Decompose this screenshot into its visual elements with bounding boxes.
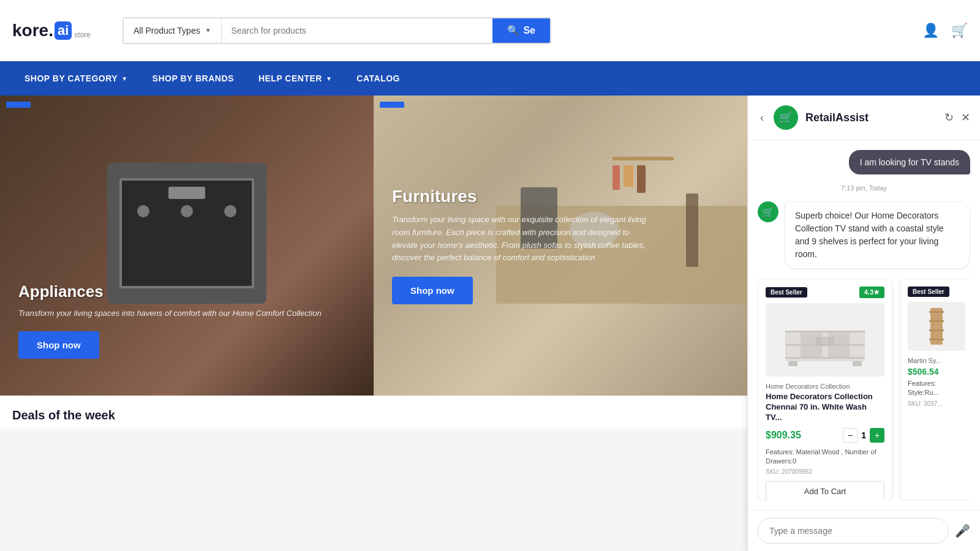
qty-control-1: − 1 +: [843, 428, 884, 443]
product-type-label: All Product Types: [134, 26, 200, 36]
product-card-1-header: Best Seller 4.3★: [766, 287, 884, 298]
product-image-1: [766, 303, 884, 377]
appliances-banner-tag: [6, 102, 31, 108]
user-message: I am looking for TV stands: [849, 150, 970, 174]
furniture-shop-now-button[interactable]: Shop now: [392, 277, 473, 304]
nav-label-shop-by-brands: SHOP BY BRANDS: [153, 73, 234, 83]
chat-message-input[interactable]: [758, 518, 949, 544]
nav-item-shop-by-brands[interactable]: SHOP BY BRANDS: [140, 61, 246, 96]
logo-ai-badge: ai: [55, 21, 72, 40]
nav-label-help-center: HELP CENTER: [258, 73, 322, 83]
rating-badge-1: 4.3★: [859, 287, 884, 298]
svg-rect-10: [853, 361, 862, 366]
chat-bot-avatar: 🛒: [774, 105, 798, 130]
search-icon: 🔍: [507, 24, 519, 36]
furniture-banner-desc: Transform your living space with our exq…: [392, 214, 649, 264]
message-timestamp: 7:13 pm, Today: [758, 184, 970, 192]
appliances-shop-now-button[interactable]: Shop now: [18, 331, 99, 359]
nav-arrow-help-center-icon: ▼: [326, 75, 332, 82]
search-input[interactable]: [222, 18, 493, 43]
product-image-2: [908, 302, 965, 351]
dropdown-arrow-icon: ▼: [205, 27, 211, 34]
product-brand-2: Martin Sy...: [908, 357, 965, 364]
svg-rect-1: [785, 331, 865, 332]
product-sku-1: SKU: 207009962: [766, 468, 884, 475]
add-to-cart-button-1[interactable]: Add To Cart: [766, 481, 884, 500]
cart-icon[interactable]: 🛒: [951, 23, 968, 39]
nav-label-catalog: CATALOG: [356, 73, 400, 83]
appliances-banner-content: Appliances Transform your living spaces …: [18, 282, 355, 359]
nav-item-help-center[interactable]: HELP CENTER ▼: [246, 61, 344, 96]
qty-decrease-button-1[interactable]: −: [843, 428, 858, 443]
oven-knobs: [122, 205, 252, 217]
product-features-2: Features: Style:Ru...: [908, 379, 965, 398]
svg-rect-3: [785, 357, 865, 359]
svg-rect-14: [929, 329, 944, 331]
chat-refresh-button[interactable]: ↻: [944, 111, 954, 124]
product-card-2: Best Seller Martin Sy... $506.54 Fea: [900, 279, 970, 500]
appliances-banner: Appliances Transform your living spaces …: [0, 96, 374, 395]
product-sku-2: SKU: 3037...: [908, 400, 965, 407]
header-icons: 👤 🛒: [922, 23, 968, 39]
furniture-banner-title: Furnitures: [392, 187, 649, 206]
site-header: kore. ai store All Product Types ▼ 🔍 Se …: [0, 0, 980, 61]
chat-header-actions: ↻ ✕: [944, 111, 970, 124]
furniture-banner-tag: [380, 102, 404, 108]
product-features-1: Features: Material:Wood , Number of Draw…: [766, 448, 884, 467]
furniture-banner-content: Furnitures Transform your living space w…: [392, 187, 649, 304]
svg-rect-9: [788, 361, 797, 366]
chat-input-area: 🎤: [748, 510, 980, 551]
chat-back-button[interactable]: ‹: [758, 109, 766, 127]
product-price-2: $506.54: [908, 367, 965, 377]
appliances-banner-title: Appliances: [18, 282, 355, 301]
logo[interactable]: kore. ai store: [12, 21, 104, 40]
product-price-1: $909.35: [766, 430, 801, 441]
best-seller-badge-2: Best Seller: [908, 287, 949, 297]
svg-rect-12: [929, 311, 944, 313]
voice-input-button[interactable]: 🎤: [955, 523, 970, 538]
logo-text: kore.: [12, 21, 53, 40]
oven-window: [119, 178, 254, 288]
chat-widget: ‹ 🛒 RetailAssist ↻ ✕ I am looking for TV…: [747, 96, 980, 551]
product-price-row-1: $909.35 − 1 +: [766, 428, 884, 443]
svg-rect-15: [929, 339, 944, 340]
bot-message-text: Superb choice! Our Home Decorators Colle…: [785, 201, 970, 269]
product-type-dropdown[interactable]: All Product Types ▼: [124, 18, 222, 43]
chat-header: ‹ 🛒 RetailAssist ↻ ✕: [748, 96, 980, 140]
user-icon[interactable]: 👤: [922, 23, 939, 39]
oven-knob: [181, 205, 193, 217]
tv-stand-svg: [782, 312, 868, 367]
chat-close-button[interactable]: ✕: [961, 111, 970, 124]
main-nav: SHOP BY CATEGORY ▼ SHOP BY BRANDS HELP C…: [0, 61, 980, 96]
nav-label-shop-by-category: SHOP BY CATEGORY: [24, 73, 118, 83]
bot-avatar: 🛒: [758, 201, 778, 222]
products-area: Appliances Transform your living spaces …: [0, 96, 747, 551]
product-name-1: Home Decorators Collection Chennai 70 in…: [766, 392, 884, 423]
search-bar: All Product Types ▼ 🔍 Se: [123, 17, 551, 44]
oven-knob: [224, 205, 236, 217]
qty-increase-button-1[interactable]: +: [870, 428, 884, 443]
svg-rect-7: [828, 346, 850, 357]
svg-rect-13: [929, 320, 944, 322]
chat-messages: I am looking for TV stands 7:13 pm, Toda…: [748, 140, 980, 510]
deals-bar: Deals of the week: [0, 395, 747, 429]
furniture-banner: Furnitures Transform your living space w…: [374, 96, 747, 395]
logo-store-label: store: [74, 31, 91, 39]
search-button[interactable]: 🔍 Se: [492, 18, 550, 43]
nav-item-shop-by-category[interactable]: SHOP BY CATEGORY ▼: [12, 61, 140, 96]
deals-title: Deals of the week: [12, 408, 115, 422]
appliances-banner-desc: Transform your living spaces into havens…: [18, 307, 355, 320]
nav-item-catalog[interactable]: CATALOG: [344, 61, 412, 96]
product-card-1: Best Seller 4.3★: [758, 279, 892, 500]
oven-display: [168, 187, 205, 199]
qty-value-1: 1: [861, 430, 866, 440]
bot-message-row: 🛒 Superb choice! Our Home Decorators Col…: [758, 201, 970, 269]
svg-rect-8: [816, 337, 834, 345]
product-brand-1: Home Decorators Collection: [766, 383, 884, 390]
best-seller-badge-1: Best Seller: [766, 287, 807, 298]
wine-bottle: [686, 193, 698, 267]
search-button-label: Se: [523, 25, 535, 36]
tv-stand-2-svg: [918, 305, 955, 348]
product-card-2-header: Best Seller: [908, 287, 965, 297]
product-cards-row: Best Seller 4.3★: [758, 279, 970, 500]
